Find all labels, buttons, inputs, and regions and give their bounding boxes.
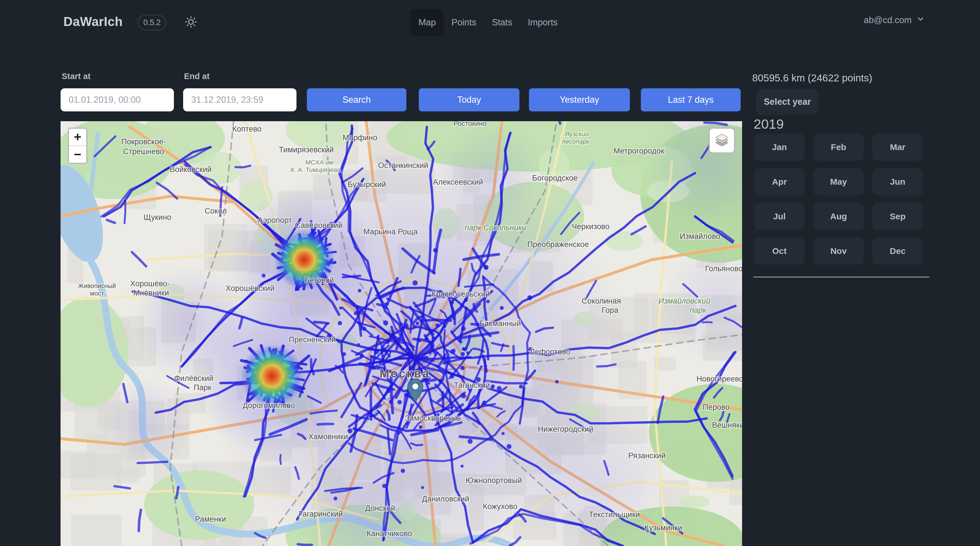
end-date-input[interactable]	[183, 88, 296, 112]
month-button-oct[interactable]: Oct	[754, 238, 805, 265]
svg-text:Соколиная: Соколиная	[582, 297, 621, 305]
svg-text:Марьина Роща: Марьина Роща	[363, 227, 418, 236]
heatmap-hotspot	[240, 344, 304, 408]
svg-text:Замоскворечье: Замоскворечье	[405, 414, 460, 423]
svg-text:Басманный: Басманный	[479, 319, 521, 328]
month-button-may[interactable]: May	[813, 168, 864, 195]
svg-text:Нижегородский: Нижегородский	[538, 425, 593, 433]
svg-text:Хорошёвский: Хорошёвский	[226, 284, 275, 293]
main-nav: Map Points Stats Imports	[411, 9, 566, 36]
month-button-mar[interactable]: Mar	[872, 134, 923, 161]
tab-imports[interactable]: Imports	[520, 9, 565, 36]
month-button-apr[interactable]: Apr	[754, 168, 805, 195]
last-7-days-button[interactable]: Last 7 days	[641, 88, 741, 112]
svg-text:Кузьминки: Кузьминки	[644, 524, 682, 532]
svg-text:лесопарк: лесопарк	[562, 138, 590, 145]
svg-text:Таганский: Таганский	[454, 381, 490, 390]
svg-text:парк Сокольники: парк Сокольники	[465, 224, 527, 232]
start-at-label: Start at	[62, 72, 91, 81]
svg-text:Пресненский: Пресненский	[289, 335, 336, 344]
svg-text:парк: парк	[690, 306, 706, 315]
svg-text:К. А. Тимирязева: К. А. Тимирязева	[290, 166, 340, 174]
tab-points[interactable]: Points	[444, 9, 484, 36]
svg-text:Богородское: Богородское	[532, 174, 578, 182]
svg-text:Бутырский: Бутырский	[348, 180, 386, 189]
app-root: DaWarIch 0.5.2 Map Points Stats Imports …	[0, 0, 980, 546]
svg-text:Савёловский: Савёловский	[295, 221, 343, 230]
svg-text:Гора: Гора	[601, 306, 619, 315]
distance-stats: 80595.6 km (24622 points)	[752, 72, 872, 84]
svg-text:Тимирязевский: Тимирязевский	[279, 145, 334, 154]
svg-text:Филёвский: Филёвский	[174, 374, 213, 383]
map-zoom-control: + −	[68, 128, 88, 164]
svg-text:Коптево: Коптево	[232, 125, 262, 133]
sun-icon	[184, 15, 197, 30]
start-date-input[interactable]	[60, 88, 174, 112]
svg-text:Преображенское: Преображенское	[527, 240, 589, 249]
month-button-jun[interactable]: Jun	[872, 168, 923, 195]
tab-stats[interactable]: Stats	[484, 9, 520, 36]
user-menu[interactable]: ab@cd.com	[864, 11, 925, 29]
svg-text:Аэропорт: Аэропорт	[258, 216, 292, 225]
month-button-jul[interactable]: Jul	[754, 203, 805, 230]
month-button-sep[interactable]: Sep	[872, 203, 923, 230]
svg-text:Хорошёво-: Хорошёво-	[130, 279, 170, 288]
svg-text:Даниловский: Даниловский	[422, 495, 469, 503]
svg-text:Перово: Перово	[703, 403, 730, 412]
layers-icon	[714, 132, 730, 149]
month-button-feb[interactable]: Feb	[813, 134, 864, 161]
svg-text:Хамовники: Хамовники	[308, 432, 348, 441]
search-button[interactable]: Search	[307, 88, 406, 112]
month-button-jan[interactable]: Jan	[754, 134, 805, 161]
svg-text:Южнопортовый: Южнопортовый	[466, 476, 522, 485]
month-grid: Jan Feb Mar Apr May Jun Jul Aug Sep Oct …	[754, 134, 923, 265]
svg-text:Красносельский: Красносельский	[431, 290, 490, 299]
svg-text:Гольяново: Гольяново	[705, 264, 742, 273]
version-badge: 0.5.2	[138, 15, 166, 30]
svg-text:Стрешнево: Стрешнево	[123, 147, 164, 156]
svg-text:Марфино: Марфино	[343, 133, 377, 142]
svg-text:мост: мост	[90, 290, 104, 297]
svg-text:Раменки: Раменки	[195, 515, 226, 524]
svg-text:Беговой: Беговой	[305, 276, 334, 284]
svg-text:Войковский: Войковский	[170, 165, 212, 174]
tab-map[interactable]: Map	[411, 9, 444, 36]
svg-text:Донской: Донской	[365, 504, 395, 512]
svg-text:Черкизово: Черкизово	[572, 222, 609, 231]
end-at-label: End at	[184, 72, 210, 81]
svg-text:Парк: Парк	[194, 383, 211, 392]
svg-text:Вешняки: Вешняки	[712, 421, 742, 429]
svg-text:Кожухово: Кожухово	[483, 502, 517, 511]
zoom-out-button[interactable]: −	[69, 145, 86, 163]
select-year-button[interactable]: Select year	[756, 89, 818, 115]
sidebar-divider	[753, 277, 929, 277]
svg-text:Мнёвники: Мнёвники	[133, 289, 169, 297]
svg-text:Живописный: Живописный	[78, 282, 116, 289]
map-layers-control[interactable]	[709, 128, 735, 153]
svg-text:Яузский: Яузский	[565, 131, 589, 138]
svg-text:Рязанский: Рязанский	[628, 451, 666, 460]
svg-text:Покровское-: Покровское-	[121, 137, 166, 146]
svg-text:Измайловский: Измайловский	[659, 297, 710, 305]
map-canvas: КоптевоРостокиноТимирязевскийМарфиноМСХА…	[60, 121, 742, 546]
month-button-nov[interactable]: Nov	[813, 238, 864, 265]
chevron-down-icon	[916, 15, 925, 26]
svg-text:Сокол: Сокол	[205, 207, 227, 215]
yesterday-button[interactable]: Yesterday	[529, 88, 630, 112]
app-logo[interactable]: DaWarIch	[64, 14, 123, 29]
svg-text:Метрогородок: Метрогородок	[613, 147, 664, 155]
svg-text:Новогиреево: Новогиреево	[697, 375, 742, 383]
zoom-in-button[interactable]: +	[69, 129, 86, 145]
user-email: ab@cd.com	[864, 15, 912, 26]
svg-text:Лефортово: Лефортово	[530, 348, 571, 356]
month-button-dec[interactable]: Dec	[872, 238, 923, 265]
svg-text:Текстильщики: Текстильщики	[589, 510, 640, 519]
month-button-aug[interactable]: Aug	[813, 203, 864, 230]
map-container[interactable]: КоптевоРостокиноТимирязевскийМарфиноМСХА…	[60, 121, 742, 546]
svg-text:Алексеевский: Алексеевский	[433, 178, 483, 187]
svg-text:Москва: Москва	[380, 367, 430, 380]
today-button[interactable]: Today	[419, 88, 519, 112]
svg-text:Измайлово: Измайлово	[680, 232, 721, 241]
svg-text:Щукино: Щукино	[144, 213, 171, 222]
theme-toggle-button[interactable]	[184, 16, 198, 29]
